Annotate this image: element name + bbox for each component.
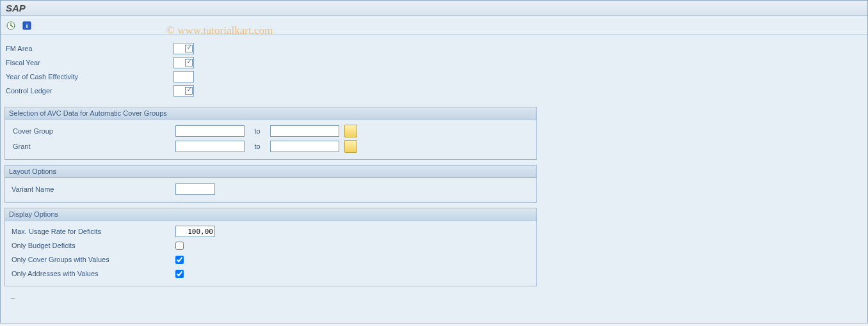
app-window: SAP © www.tutorialkart.com i FM Area <box>0 0 868 323</box>
avc-panel: Selection of AVC Data for Automatic Cove… <box>4 107 537 160</box>
variant-name-input[interactable] <box>175 183 215 195</box>
fiscal-year-label: Fiscal Year <box>4 59 173 66</box>
only-cover-groups-checkbox[interactable] <box>175 256 184 264</box>
cover-group-to-label: to <box>245 127 270 135</box>
layout-panel-title: Layout Options <box>5 166 536 178</box>
display-panel-title: Display Options <box>5 208 536 221</box>
cover-group-label: Cover Group <box>12 127 175 135</box>
grant-to-input[interactable] <box>270 141 339 152</box>
cover-group-multi-select-button[interactable] <box>344 125 357 137</box>
top-fields-group: FM Area Fiscal Year Year of Cash Effecti… <box>4 42 864 98</box>
only-budget-label: Only Budget Deficits <box>12 242 175 249</box>
display-panel: Display Options Max. Usage Rate for Defi… <box>4 208 537 286</box>
max-usage-input[interactable] <box>175 226 215 237</box>
only-addresses-checkbox[interactable] <box>175 270 184 278</box>
cover-group-to-input[interactable] <box>270 125 339 137</box>
svg-text:i: i <box>26 22 28 29</box>
layout-panel: Layout Options Variant Name <box>4 165 537 203</box>
toolbar: i <box>1 16 867 35</box>
control-ledger-input[interactable] <box>173 85 194 97</box>
window-title-bar: SAP <box>1 1 867 16</box>
only-budget-checkbox[interactable] <box>175 242 184 250</box>
clock-execute-icon <box>6 20 16 31</box>
year-cash-input[interactable] <box>173 71 194 82</box>
footer-placeholder: _ <box>4 291 864 299</box>
fm-area-label: FM Area <box>4 45 173 52</box>
variant-name-label: Variant Name <box>12 185 175 193</box>
info-button[interactable]: i <box>20 19 33 32</box>
execute-button[interactable] <box>4 19 17 32</box>
year-cash-label: Year of Cash Effectivity <box>4 73 173 81</box>
svg-point-1 <box>10 25 12 26</box>
window-title: SAP <box>6 3 26 13</box>
cover-group-from-input[interactable] <box>175 125 245 137</box>
fiscal-year-input[interactable] <box>173 57 194 68</box>
fm-area-input[interactable] <box>173 43 194 54</box>
max-usage-label: Max. Usage Rate for Deficits <box>12 228 175 235</box>
grant-to-label: to <box>245 143 270 150</box>
control-ledger-label: Control Ledger <box>4 87 173 95</box>
only-addresses-label: Only Addresses with Values <box>12 270 175 277</box>
avc-panel-title: Selection of AVC Data for Automatic Cove… <box>5 107 536 120</box>
content-area: FM Area Fiscal Year Year of Cash Effecti… <box>1 35 867 323</box>
grant-from-input[interactable] <box>175 141 245 152</box>
grant-multi-select-button[interactable] <box>344 140 357 153</box>
only-cover-groups-label: Only Cover Groups with Values <box>12 256 175 263</box>
grant-label: Grant <box>12 143 175 150</box>
info-icon: i <box>22 20 32 31</box>
